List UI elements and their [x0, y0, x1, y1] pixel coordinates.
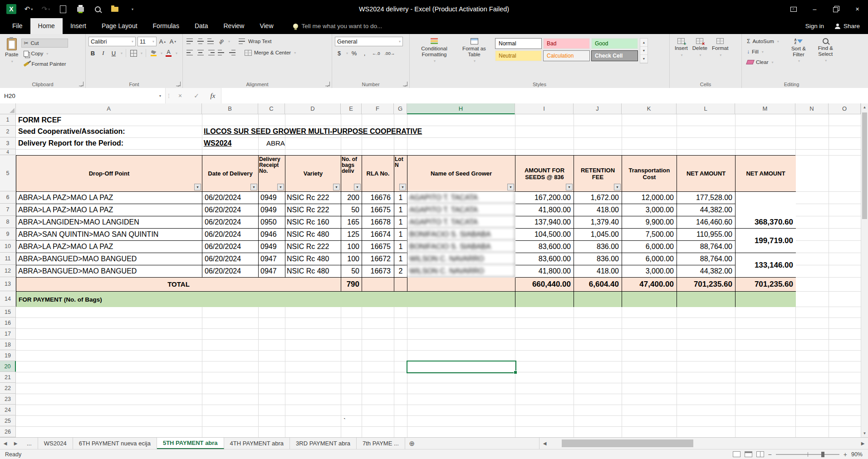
cell-I9[interactable]: 104,500.00: [515, 229, 574, 241]
font-size-select[interactable]: 11▾: [137, 37, 157, 46]
clipboard-dialog-launcher[interactable]: [79, 82, 83, 86]
cell-B3[interactable]: WS2024: [204, 137, 231, 149]
vertical-scrollbar[interactable]: ▲ ▼: [861, 103, 868, 437]
cell-H9[interactable]: BONIFACIO S. SIABABA: [407, 229, 515, 241]
cell-D11[interactable]: NSIC Rc 480: [285, 253, 341, 265]
column-header-H[interactable]: H: [407, 103, 515, 114]
redo-button[interactable]: ↷▾: [40, 3, 52, 15]
cell-C11[interactable]: 0947: [259, 253, 285, 265]
style-bad[interactable]: Bad: [543, 38, 590, 49]
column-header-C[interactable]: C: [258, 103, 285, 114]
cell-B10[interactable]: 06/20/2024: [202, 241, 259, 253]
cell-H6[interactable]: AGAPITO T. TACATA: [407, 192, 515, 204]
cell-J9[interactable]: 1,045.00: [574, 229, 622, 241]
style-check-cell[interactable]: Check Cell: [591, 50, 638, 61]
scroll-left-icon[interactable]: ◀: [539, 441, 550, 446]
scroll-up-icon[interactable]: ▲: [861, 103, 868, 111]
increase-font-size-button[interactable]: A▲: [158, 37, 167, 46]
alignment-dialog-launcher[interactable]: [325, 82, 330, 86]
style-calculation[interactable]: Calculation: [543, 50, 590, 61]
tell-me-box[interactable]: Tell me what you want to do...: [293, 18, 383, 34]
cell-K10[interactable]: 6,000.00: [622, 241, 677, 253]
cell-G10[interactable]: 1: [394, 241, 407, 253]
zoom-out-button[interactable]: −: [768, 451, 772, 458]
filter-dropdown-H[interactable]: ▼: [507, 184, 514, 190]
row-header-22[interactable]: 22: [0, 383, 16, 394]
cell-M11-M12[interactable]: 133,146.00: [736, 253, 796, 278]
filter-dropdown-E[interactable]: ▼: [354, 184, 361, 190]
undo-button[interactable]: ↶▾: [23, 3, 34, 15]
cell-C6[interactable]: 0949: [259, 192, 285, 204]
cell-H10[interactable]: BONIFACIO S. SIABABA: [407, 241, 515, 253]
column-header-G[interactable]: G: [394, 103, 407, 114]
cell-D6[interactable]: NSIC Rc 222: [285, 192, 341, 204]
percent-style-button[interactable]: %: [350, 49, 358, 58]
decrease-font-size-button[interactable]: A▼: [169, 37, 177, 46]
row-header-10[interactable]: 10: [0, 240, 16, 253]
cell-J8[interactable]: 1,379.40: [574, 216, 622, 229]
name-box[interactable]: H20 ▾: [0, 88, 166, 103]
cell-M13[interactable]: 701,235.60: [736, 278, 796, 292]
cell-C9[interactable]: 0946: [259, 229, 285, 241]
fill-handle[interactable]: [514, 371, 517, 374]
ribbon-tab-insert[interactable]: Insert: [63, 18, 94, 34]
row-header-3[interactable]: 3: [0, 137, 16, 149]
cell-F8[interactable]: 16678: [362, 216, 394, 229]
align-center-button[interactable]: [196, 48, 205, 57]
sheet-tab-overflow[interactable]: ...: [21, 438, 38, 449]
fill-color-dropdown-icon[interactable]: ▾: [161, 51, 162, 55]
header-cell-C[interactable]: Delivery Receipt No.▼: [259, 156, 285, 192]
column-header-M[interactable]: M: [735, 103, 795, 114]
cell-L14[interactable]: [677, 292, 736, 307]
cell-F9[interactable]: 16674: [362, 229, 394, 241]
column-header-N[interactable]: N: [795, 103, 829, 114]
cell-G7[interactable]: 1: [394, 204, 407, 216]
page-layout-view-icon[interactable]: [745, 451, 752, 457]
borders-button[interactable]: [129, 49, 138, 58]
ribbon-tab-data[interactable]: Data: [187, 18, 216, 34]
fill-button[interactable]: ↓Fill▾: [745, 47, 785, 56]
style-good[interactable]: Good: [591, 38, 638, 49]
row-header-5[interactable]: 5: [0, 155, 16, 191]
cell-A13-total-label[interactable]: TOTAL: [16, 278, 341, 292]
cell-A9[interactable]: ABRA>SAN QUINTIN>MAO SAN QUINTIN: [16, 229, 202, 241]
cell-I11[interactable]: 83,600.00: [515, 253, 574, 265]
ribbon-tab-review[interactable]: Review: [216, 18, 252, 34]
column-header-K[interactable]: K: [622, 103, 677, 114]
new-sheet-button[interactable]: ⊕: [405, 438, 419, 449]
cell-E11[interactable]: 100: [341, 253, 362, 265]
cell-B2[interactable]: ILOCOS SUR SEED GROWER MULTI-PURPOSE COO…: [204, 126, 422, 137]
close-button[interactable]: ×: [847, 0, 868, 18]
ribbon-tab-view[interactable]: View: [252, 18, 281, 34]
cell-I10[interactable]: 83,600.00: [515, 241, 574, 253]
cell-K6[interactable]: 12,000.00: [622, 192, 677, 204]
align-bottom-button[interactable]: [206, 37, 215, 46]
cell-L10[interactable]: 88,764.00: [677, 241, 736, 253]
comma-style-button[interactable]: ,: [360, 49, 369, 58]
ribbon-tab-file[interactable]: File: [5, 18, 30, 34]
row-header-12[interactable]: 12: [0, 265, 16, 277]
row-header-13[interactable]: 13: [0, 277, 16, 291]
bold-button[interactable]: B: [88, 49, 97, 58]
cell-F11[interactable]: 16672: [362, 253, 394, 265]
filter-dropdown-I[interactable]: ▼: [566, 184, 573, 190]
align-left-button[interactable]: [186, 48, 194, 57]
format-painter-button[interactable]: Format Painter: [21, 59, 68, 68]
new-file-button[interactable]: [57, 3, 69, 15]
vertical-scroll-thumb[interactable]: [862, 112, 867, 219]
zoom-slider-thumb[interactable]: [821, 452, 824, 457]
header-cell-I[interactable]: AMOUNT FOR SEEDS @ 836▼: [515, 156, 574, 192]
number-format-select[interactable]: General▾: [335, 37, 403, 46]
sheet-tab-5th-payment-abra[interactable]: 5TH PAYMENT abra: [157, 438, 224, 449]
cell-A6[interactable]: ABRA>LA PAZ>MAO LA PAZ: [16, 192, 202, 204]
enter-button[interactable]: ✓: [188, 88, 205, 103]
cell-C10[interactable]: 0949: [259, 241, 285, 253]
cell-L6[interactable]: 177,528.00: [677, 192, 736, 204]
cell-A1[interactable]: FORM RCEF: [18, 114, 61, 126]
cell-A11[interactable]: ABRA>BANGUED>MAO BANGUED: [16, 253, 202, 265]
filter-dropdown-C[interactable]: ▼: [277, 184, 284, 190]
cell-B7[interactable]: 06/20/2024: [202, 204, 259, 216]
align-middle-button[interactable]: [196, 37, 205, 46]
cell-L7[interactable]: 44,382.00: [677, 204, 736, 216]
formula-input[interactable]: [221, 88, 868, 103]
